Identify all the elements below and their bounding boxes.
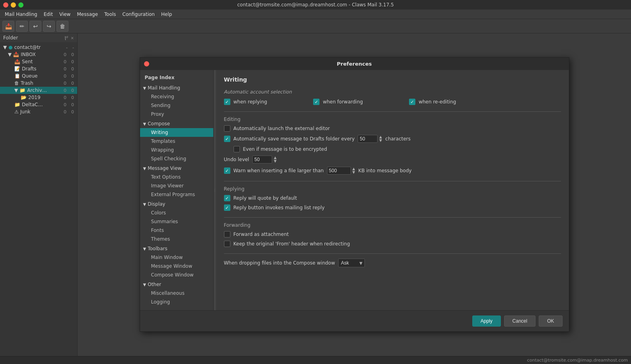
queue-icon: 📋	[14, 73, 20, 79]
nav-message-view[interactable]: ▼ Message View	[140, 164, 213, 173]
nav-main-window[interactable]: Main Window	[140, 253, 213, 262]
nav-display[interactable]: ▼ Display	[140, 200, 213, 208]
folder-archive[interactable]: ▼ 📁 Archiv… 00	[0, 87, 77, 94]
nav-templates[interactable]: Templates	[140, 137, 213, 146]
menu-message[interactable]: Message	[74, 11, 101, 18]
nav-external-programs[interactable]: External Programs	[140, 190, 213, 199]
nav-logging[interactable]: Logging	[140, 298, 213, 306]
encrypted-row: Even if message is to be encrypted	[224, 146, 561, 152]
nav-message-window[interactable]: Message Window	[140, 262, 213, 271]
nav-compose-window[interactable]: Compose Window	[140, 271, 213, 279]
toolbar-delete[interactable]: 🗑	[56, 21, 68, 32]
folder-account[interactable]: ▼ ● contact@tr --	[0, 44, 77, 51]
nav-compose[interactable]: ▼ Compose	[140, 119, 213, 128]
undo-level-label: Undo level	[224, 157, 249, 162]
nav-themes[interactable]: Themes	[140, 235, 213, 243]
nav-miscellaneous[interactable]: Miscellaneous	[140, 289, 213, 298]
undo-level-value[interactable]	[252, 156, 272, 164]
auto-save-suffix: characters	[385, 136, 411, 142]
nav-arrow-other: ▼	[143, 282, 146, 287]
dialog-body: Page Index ▼ Mail Handling Receiving Sen…	[140, 70, 569, 310]
dialog-title: Preferences	[337, 61, 372, 67]
mailing-list-checkbox[interactable]	[224, 204, 230, 211]
keep-from-row: Keep the original 'From' header when red…	[224, 241, 561, 247]
when-reediting-checkbox[interactable]	[409, 99, 415, 105]
close-button[interactable]	[3, 2, 8, 8]
minimize-button[interactable]	[11, 2, 16, 8]
divider-drop	[224, 253, 561, 254]
menu-configuration[interactable]: Configuration	[119, 11, 158, 18]
nav-wrapping[interactable]: Wrapping	[140, 146, 213, 154]
cancel-button[interactable]: Cancel	[504, 315, 536, 327]
nav-other[interactable]: ▼ Other	[140, 280, 213, 289]
folder-drafts[interactable]: 📝 Drafts 00	[0, 65, 77, 72]
menu-file[interactable]: Mail Handling	[2, 11, 41, 18]
toolbar-compose[interactable]: ✏	[16, 21, 28, 32]
menu-help[interactable]: Help	[158, 11, 175, 18]
folder-inbox[interactable]: ▼ 📥 INBOX 00	[0, 51, 77, 58]
quote-default-row: Reply will quote by default	[224, 195, 561, 201]
drop-files-select[interactable]: Ask Attach Insert	[338, 259, 365, 267]
page-index-header: Page Index	[140, 73, 213, 84]
nav-spell-checking[interactable]: Spell Checking	[140, 154, 213, 163]
toolbar-get-mail[interactable]: 📥	[2, 21, 14, 32]
toolbar-forward[interactable]: ↪	[43, 21, 55, 32]
launch-editor-checkbox[interactable]	[224, 125, 230, 132]
warn-file-down[interactable]: ▼	[353, 171, 355, 174]
section-title: Writing	[224, 76, 561, 83]
warn-file-checkbox[interactable]	[224, 167, 230, 174]
year-label: 2019	[28, 95, 41, 100]
trash-icon: 🗑	[14, 80, 19, 86]
nav-fonts[interactable]: Fonts	[140, 226, 213, 235]
nav-text-options[interactable]: Text Options	[140, 173, 213, 181]
encrypted-label: Even if message is to be encrypted	[243, 146, 327, 152]
quote-default-label: Reply will quote by default	[234, 195, 297, 201]
nav-toolbars[interactable]: ▼ Toolbars	[140, 244, 213, 253]
folder-panel-header: Folder 🏴 ×	[0, 33, 77, 42]
nav-writing[interactable]: Writing	[140, 128, 213, 137]
nav-section-message-view: ▼ Message View Text Options Image Viewer…	[140, 164, 213, 199]
folder-queue[interactable]: 📋 Queue 00	[0, 72, 77, 80]
folder-deltac[interactable]: 📁 DeltaC… 00	[0, 101, 77, 108]
nav-colors[interactable]: Colors	[140, 208, 213, 217]
forward-attachment-checkbox[interactable]	[224, 231, 230, 237]
expand-arrow: ▼	[8, 52, 12, 57]
when-replying-checkbox[interactable]	[224, 99, 230, 105]
mailing-list-label: Reply button invokes mailing list reply	[234, 205, 325, 210]
menu-edit[interactable]: Edit	[41, 11, 56, 18]
maximize-button[interactable]	[18, 2, 23, 8]
folder-trash[interactable]: 🗑 Trash 00	[0, 80, 77, 87]
folder-2019[interactable]: 📂 2019 00	[0, 94, 77, 101]
warn-file-value[interactable]	[327, 167, 351, 175]
when-forwarding-checkbox[interactable]	[313, 99, 319, 105]
app-title: contact@tromsite.com@imap.dreamhost.com …	[237, 2, 394, 8]
keep-from-checkbox[interactable]	[224, 241, 230, 247]
toolbar-reply[interactable]: ↩	[29, 21, 41, 32]
apply-button[interactable]: Apply	[472, 315, 501, 327]
nav-proxy[interactable]: Proxy	[140, 110, 213, 119]
nav-image-viewer[interactable]: Image Viewer	[140, 181, 213, 190]
archive-icon: ▼	[14, 88, 18, 93]
preferences-dialog: Preferences Page Index ▼ Mail Handling R…	[140, 57, 569, 332]
folder-junk[interactable]: ⚠ Junk 00	[0, 108, 77, 115]
divider-forwarding	[224, 217, 561, 218]
ok-button[interactable]: OK	[539, 315, 562, 327]
quote-default-checkbox[interactable]	[224, 195, 230, 201]
folder-sent[interactable]: 📤 Sent 00	[0, 58, 77, 65]
dialog-close-button[interactable]	[144, 61, 149, 66]
auto-save-value[interactable]	[358, 135, 378, 143]
folder-tree: ▼ ● contact@tr -- ▼ 📥 INBOX 00 📤 Sent	[0, 42, 77, 364]
nav-receiving[interactable]: Receiving	[140, 92, 213, 101]
menu-view[interactable]: View	[56, 11, 74, 18]
window-controls[interactable]	[3, 2, 23, 8]
nav-summaries[interactable]: Summaries	[140, 217, 213, 226]
encrypted-checkbox[interactable]	[234, 146, 240, 152]
undo-down[interactable]: ▼	[274, 160, 277, 163]
nav-mail-handling[interactable]: ▼ Mail Handling	[140, 84, 213, 92]
auto-save-checkbox[interactable]	[224, 136, 230, 142]
nav-arrow-display: ▼	[143, 202, 146, 206]
auto-account-title: Automatic account selection	[224, 89, 561, 95]
auto-save-down[interactable]: ▼	[379, 139, 382, 142]
nav-sending[interactable]: Sending	[140, 101, 213, 110]
menu-tools[interactable]: Tools	[101, 11, 119, 18]
